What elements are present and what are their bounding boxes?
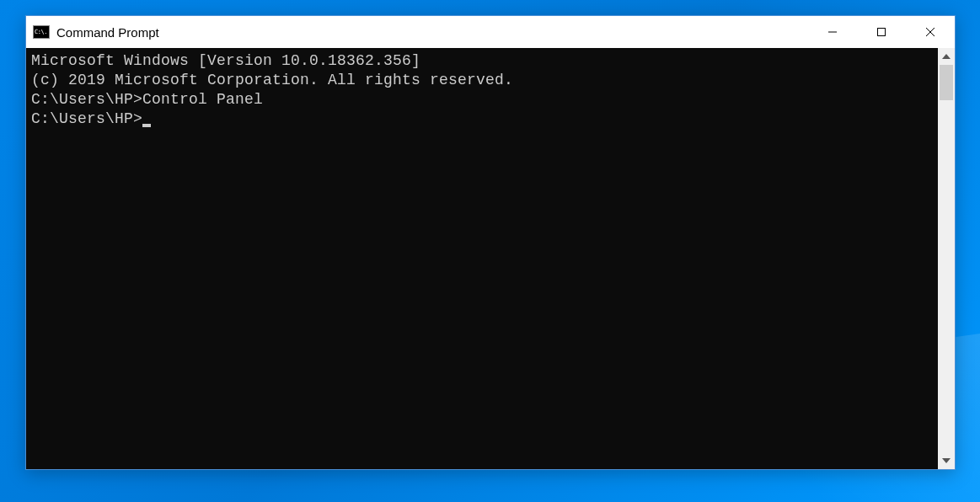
minimize-button[interactable]: [808, 16, 857, 48]
app-icon-text: C:\.: [35, 29, 47, 35]
scroll-down-button[interactable]: [938, 452, 955, 469]
prompt-line-1: C:\Users\HP>Control Panel: [31, 90, 933, 109]
minimize-icon: [827, 27, 838, 37]
scroll-track[interactable]: [938, 65, 955, 452]
close-button[interactable]: [906, 16, 955, 48]
maximize-icon: [876, 27, 886, 37]
scroll-up-button[interactable]: [938, 48, 955, 65]
close-icon: [925, 27, 935, 37]
version-line: Microsoft Windows [Version 10.0.18362.35…: [31, 51, 933, 71]
svg-rect-1: [878, 29, 886, 36]
app-icon: C:\.: [33, 25, 50, 39]
prompt-path: C:\Users\HP>: [31, 91, 142, 108]
cursor: [142, 124, 151, 127]
terminal-area: Microsoft Windows [Version 10.0.18362.35…: [26, 48, 955, 469]
vertical-scrollbar[interactable]: [938, 48, 955, 469]
prompt-path: C:\Users\HP>: [31, 110, 142, 127]
scroll-thumb[interactable]: [940, 65, 953, 100]
copyright-line: (c) 2019 Microsoft Corporation. All righ…: [31, 71, 933, 90]
maximize-button[interactable]: [857, 16, 906, 48]
chevron-up-icon: [942, 54, 951, 59]
window-title: Command Prompt: [56, 25, 159, 40]
titlebar[interactable]: C:\. Command Prompt: [26, 16, 955, 48]
prompt-line-2: C:\Users\HP>: [31, 109, 933, 129]
window-controls: [808, 16, 955, 48]
command-prompt-window: C:\. Command Prompt Microsoft: [25, 15, 956, 470]
terminal-output[interactable]: Microsoft Windows [Version 10.0.18362.35…: [26, 48, 938, 469]
command-text: Control Panel: [142, 91, 263, 108]
chevron-down-icon: [942, 458, 951, 463]
